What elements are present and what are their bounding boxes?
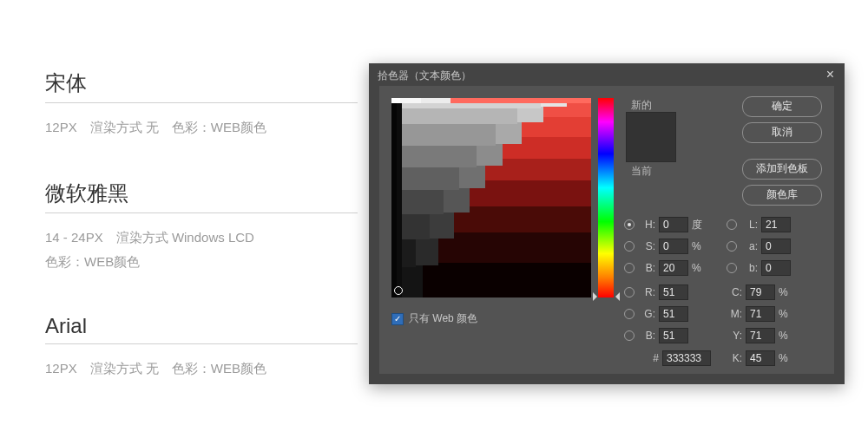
magenta-field[interactable]: M: 71 % — [727, 305, 788, 323]
saturation-input[interactable]: 0 — [659, 239, 688, 254]
color-swatch[interactable] — [626, 112, 676, 162]
hue-arrow-icon — [615, 292, 620, 301]
new-color-swatch — [627, 113, 675, 137]
yellow-field[interactable]: Y: 71 % — [727, 327, 788, 344]
radio-icon[interactable] — [624, 219, 635, 230]
color-field[interactable] — [391, 98, 591, 297]
magenta-input[interactable]: 71 — [746, 306, 775, 322]
web-colors-checkbox[interactable]: ✓ 只有 Web 颜色 — [391, 311, 477, 326]
blue-input[interactable]: 51 — [659, 328, 688, 343]
spec-block: 微软雅黑 14 - 24PX 渲染方式 Windows LCD 色彩：WEB颜色 — [45, 180, 358, 274]
black-field[interactable]: K: 45 % — [727, 350, 788, 367]
current-color-label: 当前 — [631, 164, 652, 179]
yellow-input[interactable]: 71 — [746, 328, 775, 343]
hex-input[interactable]: 333333 — [662, 350, 711, 366]
current-color-swatch — [627, 137, 675, 161]
spec-title: 宋体 — [45, 69, 358, 103]
typography-specs: 宋体 12PX 渲染方式 无 色彩：WEB颜色 微软雅黑 14 - 24PX 渲… — [45, 69, 358, 421]
radio-icon[interactable] — [624, 309, 635, 319]
spec-block: Arial 12PX 渲染方式 无 色彩：WEB颜色 — [45, 314, 358, 381]
cyan-field[interactable]: C: 79 % — [727, 284, 788, 301]
ok-button[interactable]: 确定 — [742, 96, 822, 117]
saturation-field[interactable]: S: 0 % — [624, 238, 701, 255]
brightness-field[interactable]: B: 20 % — [624, 259, 701, 277]
green-input[interactable]: 51 — [659, 306, 688, 322]
radio-icon[interactable] — [624, 263, 635, 273]
hue-field[interactable]: H: 0 度 — [624, 216, 702, 233]
spec-line: 12PX 渲染方式 无 色彩：WEB颜色 — [45, 356, 358, 381]
spec-title: Arial — [45, 314, 358, 344]
dialog-body: 新的 当前 确定 取消 添加到色板 颜色库 H: 0 度 S: 0 % B: 2… — [379, 86, 834, 374]
dialog-title: 拾色器（文本颜色） — [378, 69, 471, 83]
web-colors-label: 只有 Web 颜色 — [409, 311, 477, 326]
add-to-swatches-button[interactable]: 添加到色板 — [742, 159, 822, 180]
new-color-label: 新的 — [631, 98, 652, 113]
cancel-button[interactable]: 取消 — [742, 122, 822, 143]
blue-field[interactable]: B: 51 — [624, 327, 692, 344]
spec-line: 色彩：WEB颜色 — [45, 250, 358, 274]
hue-input[interactable]: 0 — [659, 217, 688, 232]
lab-a-input[interactable]: 0 — [761, 239, 791, 254]
hue-arrow-icon — [593, 292, 597, 301]
spec-line: 14 - 24PX 渲染方式 Windows LCD — [45, 226, 358, 250]
radio-icon[interactable] — [727, 219, 737, 230]
radio-icon[interactable] — [624, 330, 635, 341]
color-libraries-button[interactable]: 颜色库 — [742, 185, 822, 206]
radio-icon[interactable] — [624, 241, 635, 252]
spec-title: 微软雅黑 — [45, 180, 358, 213]
radio-icon[interactable] — [624, 287, 635, 297]
hue-slider[interactable] — [598, 98, 614, 297]
lab-b-input[interactable]: 0 — [761, 260, 791, 276]
checkbox-checked-icon: ✓ — [391, 313, 404, 325]
brightness-input[interactable]: 20 — [659, 260, 688, 276]
radio-icon[interactable] — [727, 263, 737, 273]
cyan-input[interactable]: 79 — [746, 284, 775, 300]
lab-l-field[interactable]: L: 21 — [727, 216, 794, 233]
close-icon[interactable]: × — [826, 67, 834, 82]
lab-l-input[interactable]: 21 — [761, 217, 791, 232]
spec-block: 宋体 12PX 渲染方式 无 色彩：WEB颜色 — [45, 69, 358, 140]
hex-field[interactable]: # 333333 — [648, 350, 714, 367]
spec-line: 12PX 渲染方式 无 色彩：WEB颜色 — [45, 115, 358, 140]
black-input[interactable]: 45 — [746, 350, 775, 366]
color-cursor-icon — [394, 286, 403, 295]
lab-a-field[interactable]: a: 0 — [727, 238, 794, 255]
red-input[interactable]: 51 — [659, 284, 688, 300]
lab-b-field[interactable]: b: 0 — [727, 259, 794, 277]
red-field[interactable]: R: 51 — [624, 284, 692, 301]
green-field[interactable]: G: 51 — [624, 305, 692, 323]
radio-icon[interactable] — [727, 241, 737, 252]
color-picker-dialog: 拾色器（文本颜色） × 新的 当前 确定 取消 添加到色板 颜色库 H: 0 度… — [369, 63, 845, 384]
